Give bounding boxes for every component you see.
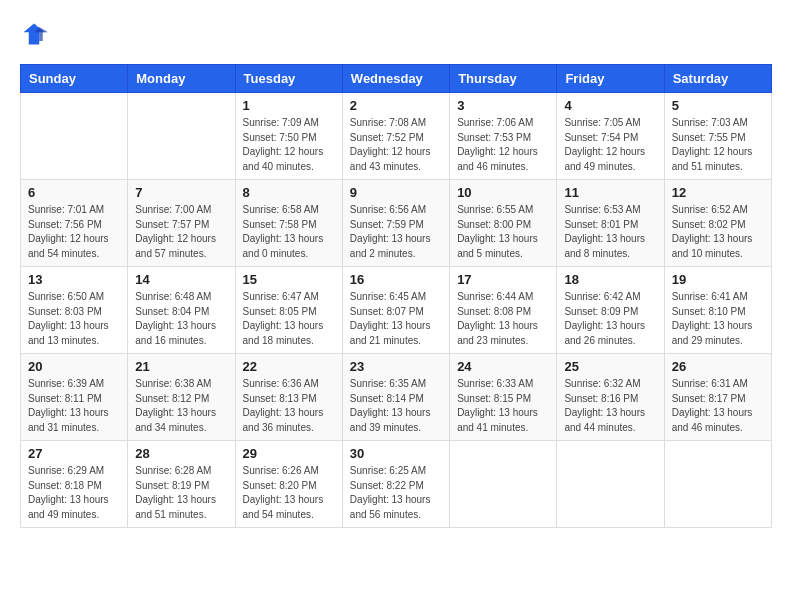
day-number: 30	[350, 446, 442, 461]
day-info: Sunrise: 6:50 AM Sunset: 8:03 PM Dayligh…	[28, 290, 120, 348]
day-info: Sunrise: 7:00 AM Sunset: 7:57 PM Dayligh…	[135, 203, 227, 261]
day-number: 19	[672, 272, 764, 287]
day-cell: 23Sunrise: 6:35 AM Sunset: 8:14 PM Dayli…	[342, 354, 449, 441]
day-cell: 4Sunrise: 7:05 AM Sunset: 7:54 PM Daylig…	[557, 93, 664, 180]
day-number: 17	[457, 272, 549, 287]
day-cell: 17Sunrise: 6:44 AM Sunset: 8:08 PM Dayli…	[450, 267, 557, 354]
day-number: 5	[672, 98, 764, 113]
day-cell: 13Sunrise: 6:50 AM Sunset: 8:03 PM Dayli…	[21, 267, 128, 354]
day-number: 2	[350, 98, 442, 113]
day-number: 10	[457, 185, 549, 200]
week-row-5: 27Sunrise: 6:29 AM Sunset: 8:18 PM Dayli…	[21, 441, 772, 528]
day-cell: 3Sunrise: 7:06 AM Sunset: 7:53 PM Daylig…	[450, 93, 557, 180]
day-info: Sunrise: 6:33 AM Sunset: 8:15 PM Dayligh…	[457, 377, 549, 435]
day-info: Sunrise: 6:58 AM Sunset: 7:58 PM Dayligh…	[243, 203, 335, 261]
day-info: Sunrise: 6:41 AM Sunset: 8:10 PM Dayligh…	[672, 290, 764, 348]
day-info: Sunrise: 6:36 AM Sunset: 8:13 PM Dayligh…	[243, 377, 335, 435]
day-cell: 1Sunrise: 7:09 AM Sunset: 7:50 PM Daylig…	[235, 93, 342, 180]
day-number: 24	[457, 359, 549, 374]
day-cell	[21, 93, 128, 180]
day-cell: 9Sunrise: 6:56 AM Sunset: 7:59 PM Daylig…	[342, 180, 449, 267]
day-cell: 11Sunrise: 6:53 AM Sunset: 8:01 PM Dayli…	[557, 180, 664, 267]
calendar-table: SundayMondayTuesdayWednesdayThursdayFrid…	[20, 64, 772, 528]
day-number: 20	[28, 359, 120, 374]
day-cell: 15Sunrise: 6:47 AM Sunset: 8:05 PM Dayli…	[235, 267, 342, 354]
day-cell	[557, 441, 664, 528]
logo	[20, 20, 52, 48]
day-number: 4	[564, 98, 656, 113]
day-info: Sunrise: 6:44 AM Sunset: 8:08 PM Dayligh…	[457, 290, 549, 348]
header-wednesday: Wednesday	[342, 65, 449, 93]
day-info: Sunrise: 6:42 AM Sunset: 8:09 PM Dayligh…	[564, 290, 656, 348]
day-number: 23	[350, 359, 442, 374]
day-info: Sunrise: 6:39 AM Sunset: 8:11 PM Dayligh…	[28, 377, 120, 435]
day-number: 1	[243, 98, 335, 113]
day-info: Sunrise: 7:06 AM Sunset: 7:53 PM Dayligh…	[457, 116, 549, 174]
day-cell: 30Sunrise: 6:25 AM Sunset: 8:22 PM Dayli…	[342, 441, 449, 528]
day-info: Sunrise: 6:32 AM Sunset: 8:16 PM Dayligh…	[564, 377, 656, 435]
day-info: Sunrise: 6:26 AM Sunset: 8:20 PM Dayligh…	[243, 464, 335, 522]
day-number: 13	[28, 272, 120, 287]
day-number: 16	[350, 272, 442, 287]
day-info: Sunrise: 7:08 AM Sunset: 7:52 PM Dayligh…	[350, 116, 442, 174]
day-number: 3	[457, 98, 549, 113]
day-cell: 12Sunrise: 6:52 AM Sunset: 8:02 PM Dayli…	[664, 180, 771, 267]
day-number: 9	[350, 185, 442, 200]
day-cell: 20Sunrise: 6:39 AM Sunset: 8:11 PM Dayli…	[21, 354, 128, 441]
day-info: Sunrise: 7:01 AM Sunset: 7:56 PM Dayligh…	[28, 203, 120, 261]
day-cell: 2Sunrise: 7:08 AM Sunset: 7:52 PM Daylig…	[342, 93, 449, 180]
week-row-4: 20Sunrise: 6:39 AM Sunset: 8:11 PM Dayli…	[21, 354, 772, 441]
page-header	[20, 20, 772, 48]
day-number: 18	[564, 272, 656, 287]
day-cell: 21Sunrise: 6:38 AM Sunset: 8:12 PM Dayli…	[128, 354, 235, 441]
day-info: Sunrise: 6:29 AM Sunset: 8:18 PM Dayligh…	[28, 464, 120, 522]
day-number: 21	[135, 359, 227, 374]
day-info: Sunrise: 6:47 AM Sunset: 8:05 PM Dayligh…	[243, 290, 335, 348]
day-cell	[664, 441, 771, 528]
day-info: Sunrise: 6:31 AM Sunset: 8:17 PM Dayligh…	[672, 377, 764, 435]
day-info: Sunrise: 6:35 AM Sunset: 8:14 PM Dayligh…	[350, 377, 442, 435]
day-cell: 26Sunrise: 6:31 AM Sunset: 8:17 PM Dayli…	[664, 354, 771, 441]
day-cell: 10Sunrise: 6:55 AM Sunset: 8:00 PM Dayli…	[450, 180, 557, 267]
logo-icon	[20, 20, 48, 48]
day-cell: 28Sunrise: 6:28 AM Sunset: 8:19 PM Dayli…	[128, 441, 235, 528]
day-info: Sunrise: 6:45 AM Sunset: 8:07 PM Dayligh…	[350, 290, 442, 348]
day-number: 26	[672, 359, 764, 374]
day-info: Sunrise: 6:52 AM Sunset: 8:02 PM Dayligh…	[672, 203, 764, 261]
header-monday: Monday	[128, 65, 235, 93]
day-number: 25	[564, 359, 656, 374]
calendar-header: SundayMondayTuesdayWednesdayThursdayFrid…	[21, 65, 772, 93]
day-cell: 7Sunrise: 7:00 AM Sunset: 7:57 PM Daylig…	[128, 180, 235, 267]
day-cell: 5Sunrise: 7:03 AM Sunset: 7:55 PM Daylig…	[664, 93, 771, 180]
header-sunday: Sunday	[21, 65, 128, 93]
week-row-2: 6Sunrise: 7:01 AM Sunset: 7:56 PM Daylig…	[21, 180, 772, 267]
day-cell	[128, 93, 235, 180]
day-number: 22	[243, 359, 335, 374]
day-number: 7	[135, 185, 227, 200]
day-info: Sunrise: 6:38 AM Sunset: 8:12 PM Dayligh…	[135, 377, 227, 435]
day-cell: 16Sunrise: 6:45 AM Sunset: 8:07 PM Dayli…	[342, 267, 449, 354]
day-info: Sunrise: 6:28 AM Sunset: 8:19 PM Dayligh…	[135, 464, 227, 522]
day-cell: 27Sunrise: 6:29 AM Sunset: 8:18 PM Dayli…	[21, 441, 128, 528]
day-cell: 18Sunrise: 6:42 AM Sunset: 8:09 PM Dayli…	[557, 267, 664, 354]
header-saturday: Saturday	[664, 65, 771, 93]
day-cell	[450, 441, 557, 528]
day-info: Sunrise: 6:48 AM Sunset: 8:04 PM Dayligh…	[135, 290, 227, 348]
day-number: 27	[28, 446, 120, 461]
day-number: 12	[672, 185, 764, 200]
calendar-body: 1Sunrise: 7:09 AM Sunset: 7:50 PM Daylig…	[21, 93, 772, 528]
header-row: SundayMondayTuesdayWednesdayThursdayFrid…	[21, 65, 772, 93]
day-info: Sunrise: 6:53 AM Sunset: 8:01 PM Dayligh…	[564, 203, 656, 261]
day-cell: 19Sunrise: 6:41 AM Sunset: 8:10 PM Dayli…	[664, 267, 771, 354]
day-info: Sunrise: 7:05 AM Sunset: 7:54 PM Dayligh…	[564, 116, 656, 174]
header-tuesday: Tuesday	[235, 65, 342, 93]
day-cell: 29Sunrise: 6:26 AM Sunset: 8:20 PM Dayli…	[235, 441, 342, 528]
day-cell: 8Sunrise: 6:58 AM Sunset: 7:58 PM Daylig…	[235, 180, 342, 267]
week-row-1: 1Sunrise: 7:09 AM Sunset: 7:50 PM Daylig…	[21, 93, 772, 180]
day-number: 15	[243, 272, 335, 287]
day-info: Sunrise: 7:09 AM Sunset: 7:50 PM Dayligh…	[243, 116, 335, 174]
day-cell: 22Sunrise: 6:36 AM Sunset: 8:13 PM Dayli…	[235, 354, 342, 441]
day-info: Sunrise: 6:55 AM Sunset: 8:00 PM Dayligh…	[457, 203, 549, 261]
day-info: Sunrise: 7:03 AM Sunset: 7:55 PM Dayligh…	[672, 116, 764, 174]
day-number: 8	[243, 185, 335, 200]
